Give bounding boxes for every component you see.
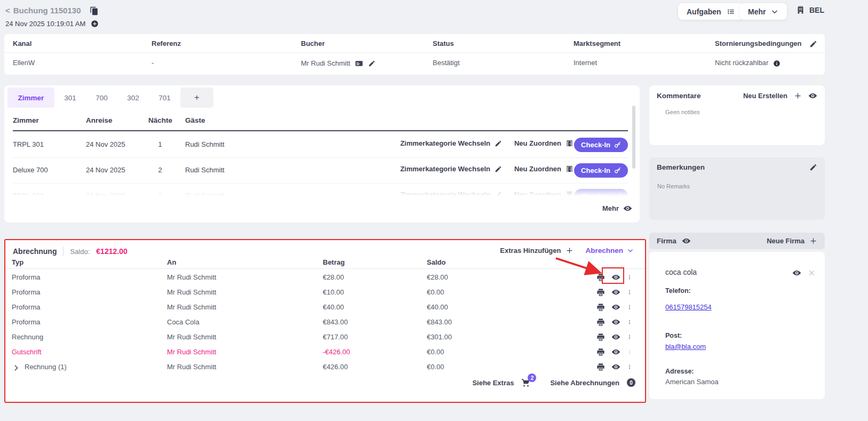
- plus-icon: [809, 237, 817, 245]
- billing-an: Mr Rudi Schmitt: [167, 333, 216, 341]
- eye-icon[interactable]: [611, 273, 620, 282]
- email-link[interactable]: bla@bla.com: [665, 343, 706, 351]
- printer-icon[interactable]: [596, 273, 605, 282]
- cart-icon[interactable]: 2: [521, 378, 531, 387]
- col-naechte: Nächte: [148, 116, 172, 124]
- add-datetime-icon[interactable]: [91, 19, 99, 28]
- reassign-button[interactable]: Neu Zuordnen: [514, 165, 574, 173]
- tab-zimmer[interactable]: Zimmer: [7, 88, 54, 108]
- eye-icon[interactable]: [792, 268, 801, 277]
- expand-chevron-icon[interactable]: [13, 363, 20, 371]
- plus-icon[interactable]: [794, 92, 802, 100]
- eye-icon[interactable]: [808, 91, 817, 100]
- firma-title: Firma: [657, 237, 676, 245]
- storno-column-label: Stornierungsbedingungen: [715, 39, 802, 47]
- kebab-menu-icon[interactable]: [627, 362, 632, 371]
- siehe-abrechnungen-button[interactable]: Siehe Abrechnungen: [550, 379, 619, 387]
- tab-701[interactable]: 701: [149, 88, 180, 108]
- eye-icon[interactable]: [611, 332, 620, 341]
- neue-firma-button[interactable]: Neue Firma: [767, 237, 817, 245]
- kebab-menu-icon[interactable]: [627, 273, 632, 282]
- neu-erstellen-button[interactable]: Neu Erstellen: [743, 92, 787, 100]
- info-icon[interactable]: [773, 59, 781, 67]
- col-an: An: [167, 258, 176, 266]
- billing-an: Coca Cola: [167, 318, 200, 326]
- kebab-menu-icon[interactable]: [627, 303, 632, 312]
- room-guest: Rudi Schmitt: [185, 192, 225, 200]
- aufgaben-label: Aufgaben: [687, 7, 721, 16]
- rooms-card: Zimmer 301 700 302 701 + Zimmer Anreise …: [4, 85, 640, 223]
- printer-icon[interactable]: [596, 333, 605, 341]
- checkin-button[interactable]: Check-In: [574, 138, 628, 152]
- reassign-button[interactable]: Neu Zuordnen: [514, 139, 574, 147]
- back-chevron[interactable]: <: [5, 6, 10, 15]
- col-anreise: Anreise: [86, 116, 113, 124]
- billing-an: Mr Rudi Schmitt: [167, 273, 216, 281]
- kebab-menu-icon[interactable]: [627, 332, 632, 341]
- billing-row: Proforma Coca Cola €843.00 €843.00: [5, 315, 645, 330]
- col-typ: Typ: [12, 258, 23, 266]
- eye-icon[interactable]: [682, 236, 691, 245]
- mehr-button[interactable]: Mehr: [739, 3, 787, 20]
- kebab-menu-icon[interactable]: [627, 317, 632, 327]
- abrechnen-dropdown[interactable]: Abrechnen: [585, 247, 634, 255]
- tab-302[interactable]: 302: [117, 88, 149, 108]
- telefon-link[interactable]: 061579815254: [665, 303, 712, 311]
- change-category-button[interactable]: Zimmerkategorie Wechseln: [400, 139, 502, 147]
- billing-saldo: €28.00: [427, 273, 448, 281]
- add-room-tab[interactable]: +: [180, 88, 213, 108]
- change-category-button[interactable]: Zimmerkategorie Wechseln: [400, 165, 502, 173]
- booking-summary-card: Kanal Referenz Bucher Status Marktsegmen…: [4, 34, 825, 75]
- tab-700[interactable]: 700: [86, 88, 117, 108]
- room-row: Deluxe 700 24 Nov 2025 2 Rudi Schmitt Zi…: [13, 158, 628, 184]
- guest-card-icon[interactable]: [355, 59, 363, 68]
- siehe-extras-button[interactable]: Siehe Extras: [472, 379, 514, 387]
- adresse-value: American Samoa: [665, 378, 719, 386]
- printer-icon[interactable]: [596, 318, 605, 327]
- eye-icon[interactable]: [611, 362, 620, 371]
- company-name: coca cola: [665, 268, 697, 276]
- room-name: Deluxe 700: [13, 166, 48, 174]
- pencil-icon: [495, 191, 502, 198]
- room-row: TRPL 301 24 Nov 2025 1 Rudi Schmitt Zimm…: [13, 132, 628, 158]
- property-selector[interactable]: BEL: [796, 5, 824, 14]
- tab-301[interactable]: 301: [54, 88, 86, 108]
- eye-icon[interactable]: [611, 288, 620, 297]
- kanal-value: EllenW: [13, 59, 35, 67]
- status-column-label: Status: [433, 39, 454, 47]
- checkin-button[interactable]: Check-In: [574, 163, 628, 178]
- copy-icon[interactable]: [90, 5, 99, 15]
- checkin-button[interactable]: Check-In: [574, 189, 628, 200]
- extras-hinzufuegen-button[interactable]: Extras Hinzufügen: [500, 247, 574, 255]
- room-tabs: Zimmer 301 700 302 701 +: [7, 88, 213, 108]
- printer-icon[interactable]: [596, 363, 605, 371]
- close-icon[interactable]: [808, 269, 815, 276]
- datetime-text: 24 Nov 2025 10:19:01 AM: [5, 20, 85, 28]
- room-guest: Rudi Schmitt: [185, 166, 225, 174]
- printer-icon[interactable]: [596, 303, 605, 312]
- printer-icon[interactable]: [596, 288, 605, 297]
- billing-row: Proforma Mr Rudi Schmitt €28.00 €28.00: [5, 270, 645, 285]
- billing-saldo: €40.00: [427, 303, 448, 311]
- kebab-menu-icon[interactable]: [627, 288, 632, 297]
- billing-row: Proforma Mr Rudi Schmitt €40.00 €40.00: [5, 300, 645, 315]
- eye-icon[interactable]: [611, 317, 620, 327]
- eye-icon[interactable]: [611, 303, 620, 312]
- bucher-column-label: Bucher: [301, 39, 325, 47]
- edit-remarks-icon[interactable]: [809, 163, 817, 171]
- billing-an: Mr Rudi Schmitt: [167, 348, 216, 356]
- rooms-table-header: Zimmer Anreise Nächte Gäste: [13, 113, 628, 131]
- change-category-button[interactable]: Zimmerkategorie Wechseln: [400, 190, 502, 198]
- rooms-scrollbar[interactable]: [632, 106, 635, 169]
- edit-bucher-icon[interactable]: [368, 59, 376, 68]
- billing-typ: Rechnung (1): [25, 363, 67, 371]
- printer-icon[interactable]: [596, 348, 605, 356]
- eye-icon[interactable]: [611, 347, 620, 356]
- edit-storno-icon[interactable]: [809, 39, 817, 48]
- adresse-label: Adresse:: [665, 368, 694, 375]
- rooms-mehr-button[interactable]: Mehr: [602, 204, 632, 213]
- aufgaben-button[interactable]: Aufgaben: [678, 3, 744, 20]
- breadcrumb[interactable]: < Buchung 1150130: [5, 5, 99, 15]
- tasks-list-icon: [727, 7, 735, 16]
- reassign-button[interactable]: Neu Zuordnen: [514, 190, 574, 198]
